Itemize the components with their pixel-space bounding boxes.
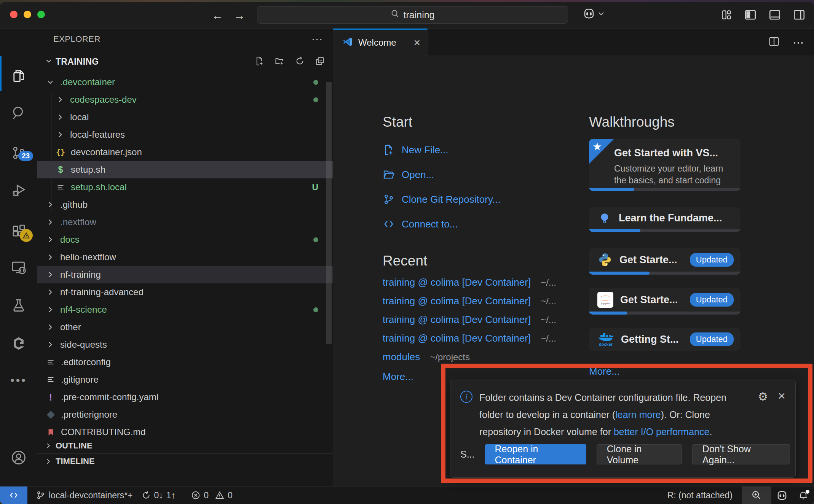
recent-item[interactable]: training @ colima [Dev Container]~/... xyxy=(383,314,556,326)
sync-outgoing: 1↑ xyxy=(166,490,176,501)
tree-item-setup-sh[interactable]: $setup.sh xyxy=(37,161,333,178)
tree-item--devcontainer[interactable]: .devcontainer xyxy=(37,73,333,91)
start-connect-to[interactable]: Connect to... xyxy=(383,218,458,230)
command-center-search[interactable]: training xyxy=(257,6,568,24)
clone-in-volume-button[interactable]: Clone in Volume xyxy=(597,444,682,464)
start-open[interactable]: Open... xyxy=(383,169,434,181)
remote-explorer-icon[interactable] xyxy=(0,253,37,281)
run-debug-icon[interactable] xyxy=(0,176,37,204)
search-view-icon[interactable] xyxy=(0,99,37,127)
tree-item-local[interactable]: local xyxy=(37,108,333,126)
recent-item-link[interactable]: training @ colima [Dev Container] xyxy=(383,295,531,307)
walkthrough-card-4[interactable]: jupyterGet Starte...Updated xyxy=(589,288,741,315)
back-icon[interactable]: ← xyxy=(212,9,223,22)
git-modified-dot-badge xyxy=(313,97,318,102)
prettier-icon xyxy=(46,412,56,418)
tree-item-hello-nextflow[interactable]: hello-nextflow xyxy=(37,248,333,266)
refresh-icon[interactable] xyxy=(295,56,305,68)
start-item-label: Open... xyxy=(402,169,434,181)
recent-item-link[interactable]: training @ colima [Dev Container] xyxy=(383,332,531,344)
copilot-icon xyxy=(583,8,595,21)
timeline-section[interactable]: TIMELINE xyxy=(37,453,333,469)
tree-item-setup-sh-local[interactable]: setup.sh.localU xyxy=(37,178,333,196)
reopen-in-container-button[interactable]: Reopen in Container xyxy=(485,444,586,464)
customize-layout-icon[interactable] xyxy=(720,9,733,21)
tree-item-side-quests[interactable]: side-quests xyxy=(37,336,333,353)
recent-item-link[interactable]: modules xyxy=(383,351,420,363)
recent-item-link[interactable]: training @ colima [Dev Container] xyxy=(383,277,531,288)
tree-item--editorconfig[interactable]: .editorconfig xyxy=(37,353,333,371)
chevron-down-icon[interactable] xyxy=(45,57,53,66)
explorer-more-actions-icon[interactable]: ⋯ xyxy=(311,37,323,41)
debug-attach-status[interactable]: R: (not attached) xyxy=(667,490,733,501)
io-performance-link[interactable]: better I/O performance xyxy=(614,426,710,437)
sync-status[interactable]: 0↓ 1↑ xyxy=(141,490,176,501)
recent-item-path: ~/... xyxy=(541,315,556,325)
zoom-window-button[interactable] xyxy=(37,11,45,18)
recent-item[interactable]: training @ colima [Dev Container]~/... xyxy=(383,295,556,307)
recent-item-link[interactable]: training @ colima [Dev Container] xyxy=(383,314,531,326)
notifications-bell-icon[interactable] xyxy=(793,487,814,504)
notification-close-icon[interactable]: × xyxy=(778,390,785,401)
tree-item-devcontainer-json[interactable]: {}devcontainer.json xyxy=(37,143,333,161)
split-editor-icon[interactable] xyxy=(768,36,780,49)
shell-icon: $ xyxy=(56,165,65,175)
notification-settings-gear-icon[interactable]: ⚙ xyxy=(758,390,768,403)
tree-item-nf4-science[interactable]: nf4-science xyxy=(37,301,333,318)
collapse-all-icon[interactable] xyxy=(315,56,325,68)
close-window-button[interactable] xyxy=(10,11,18,18)
start-new-file[interactable]: New File... xyxy=(383,144,448,156)
recent-item[interactable]: training @ colima [Dev Container]~/... xyxy=(383,332,556,344)
editor-more-actions-icon[interactable]: ⋯ xyxy=(793,36,804,49)
recent-item[interactable]: training @ colima [Dev Container]~/... xyxy=(383,277,556,288)
outline-section[interactable]: OUTLINE xyxy=(37,438,333,453)
minimize-window-button[interactable] xyxy=(24,11,31,18)
start-clone-git-repository[interactable]: Clone Git Repository... xyxy=(383,193,501,205)
lightbulb-icon xyxy=(597,211,612,226)
recent-more-link[interactable]: More... xyxy=(383,371,413,383)
forward-icon[interactable]: → xyxy=(234,9,245,22)
extensions-icon[interactable] xyxy=(0,217,37,245)
gitlens-icon[interactable] xyxy=(0,330,37,357)
toggle-primary-sidebar-icon[interactable] xyxy=(744,8,757,21)
copilot-menu[interactable] xyxy=(583,8,605,21)
explorer-icon[interactable] xyxy=(0,62,37,90)
tree-item-other[interactable]: other xyxy=(37,318,333,336)
git-modified-dot-badge xyxy=(313,307,318,312)
remote-indicator[interactable] xyxy=(0,487,27,504)
workspace-section-label[interactable]: TRAINING xyxy=(56,57,99,67)
sidebar-scrollbar[interactable] xyxy=(326,82,332,344)
walkthrough-card-3[interactable]: Get Starte...Updated xyxy=(589,248,741,275)
tree-item--prettierignore[interactable]: .prettierignore xyxy=(37,406,333,423)
tree-item--pre-commit-config-yaml[interactable]: !.pre-commit-config.yaml xyxy=(37,388,333,406)
walkthrough-card-5[interactable]: dockerGetting St...Updated xyxy=(589,328,741,351)
tree-item-codespaces-dev[interactable]: codespaces-dev xyxy=(37,91,333,108)
tab-close-icon[interactable]: × xyxy=(413,39,420,46)
new-file-icon[interactable] xyxy=(254,56,265,68)
new-folder-icon[interactable] xyxy=(275,56,285,68)
learn-more-link[interactable]: learn more xyxy=(615,409,661,420)
problems-status[interactable]: 0 0 xyxy=(191,490,233,501)
tab-welcome[interactable]: Welcome × xyxy=(333,29,428,56)
toggle-secondary-sidebar-icon[interactable] xyxy=(793,8,806,21)
copilot-status-icon[interactable] xyxy=(771,487,793,504)
tree-item-nf-training[interactable]: nf-training xyxy=(37,266,333,283)
tree-item-local-features[interactable]: local-features xyxy=(37,126,333,143)
recent-item[interactable]: modules~/projects xyxy=(383,351,470,363)
tree-item-label: CONTRIBUTING.md xyxy=(61,427,146,437)
testing-icon[interactable] xyxy=(0,291,37,319)
tree-item--nextflow[interactable]: .nextflow xyxy=(37,213,333,231)
branch-status[interactable]: local-devcontainers*+ xyxy=(36,490,133,501)
more-views-icon[interactable]: ••• xyxy=(0,367,37,394)
zoom-status-button[interactable] xyxy=(742,487,771,504)
tree-item--gitignore[interactable]: .gitignore xyxy=(37,371,333,388)
tree-item-nf-training-advanced[interactable]: nf-training-advanced xyxy=(37,283,333,301)
tree-item-docs[interactable]: docs xyxy=(37,231,333,248)
walkthrough-card-1[interactable]: ★Get Started with VS...Customize your ed… xyxy=(589,139,741,191)
walkthroughs-more-link[interactable]: More... xyxy=(589,366,620,377)
tree-item--github[interactable]: .github xyxy=(37,196,333,213)
toggle-panel-icon[interactable] xyxy=(768,8,781,21)
dont-show-again-button[interactable]: Don't Show Again... xyxy=(692,444,790,464)
account-icon[interactable] xyxy=(0,444,37,471)
walkthrough-card-2[interactable]: Learn the Fundame... xyxy=(589,207,741,232)
